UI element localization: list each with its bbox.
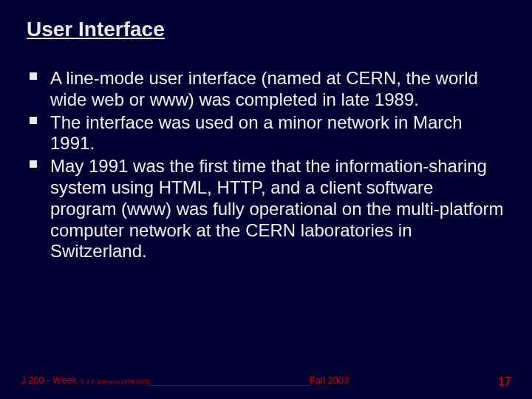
list-item-text: The interface was used on a minor networ…: [50, 112, 463, 154]
square-bullet-icon: [30, 72, 37, 80]
bullet-list: A line-mode user interface (named at CER…: [28, 68, 504, 262]
page-number: 17: [498, 375, 511, 389]
footer-line: ______________________________: [149, 375, 310, 386]
list-item-text: A line-mode user interface (named at CER…: [50, 68, 478, 109]
list-item: May 1991 was the first time that the inf…: [28, 156, 504, 262]
footer-term: Fall 2003: [310, 375, 349, 386]
square-bullet-icon: [30, 160, 37, 168]
list-item: A line-mode user interface (named at CER…: [28, 68, 504, 111]
list-item: The interface was used on a minor networ…: [28, 112, 504, 155]
slide-title: User Interface: [27, 18, 510, 41]
footer: J 200 - Week © J.T. Johnson 1999-2003 __…: [21, 375, 511, 386]
footer-copyright: © J.T. Johnson 1999-2003: [80, 378, 149, 385]
list-item-text: May 1991 was the first time that the inf…: [50, 156, 504, 261]
square-bullet-icon: [30, 117, 37, 124]
slide: User Interface A line-mode user interfac…: [0, 0, 532, 399]
content-area: A line-mode user interface (named at CER…: [22, 68, 510, 262]
footer-course: J 200 - Week: [21, 375, 77, 386]
